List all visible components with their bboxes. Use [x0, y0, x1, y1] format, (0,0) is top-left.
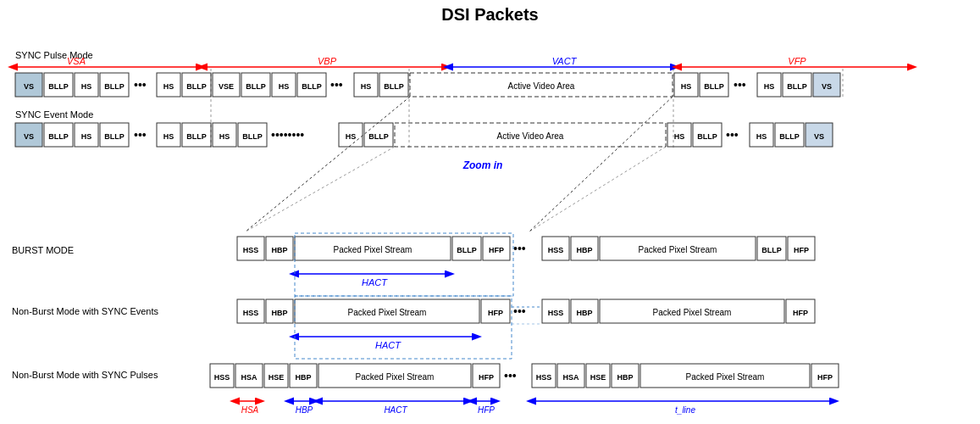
svg-text:Active Video Area: Active Video Area	[497, 131, 564, 141]
svg-text:BLLP: BLLP	[368, 132, 389, 141]
page-title: DSI Packets	[0, 0, 980, 25]
svg-text:BLLP: BLLP	[779, 132, 800, 141]
svg-text:HSA: HSA	[562, 373, 579, 382]
svg-text:HBP: HBP	[271, 309, 287, 317]
svg-text:HFP: HFP	[479, 373, 494, 382]
svg-text:HFP: HFP	[488, 309, 503, 317]
hsa-arrow-label: HSA	[241, 405, 259, 415]
svg-text:HS: HS	[674, 132, 685, 141]
svg-text:VS: VS	[24, 82, 34, 91]
svg-line-80	[246, 147, 395, 232]
hfp-arrow-label: HFP	[478, 405, 495, 415]
svg-text:VS: VS	[814, 132, 824, 141]
svg-text:••••••••: ••••••••	[271, 128, 304, 142]
hact-burst: HACT	[362, 277, 388, 287]
svg-text:BLLP: BLLP	[186, 82, 207, 91]
svg-text:HSS: HSS	[548, 246, 564, 254]
svg-text:BLLP: BLLP	[104, 82, 125, 91]
vsa-label: VSA	[67, 56, 86, 66]
tline-arrow-label: t_line	[675, 405, 695, 415]
svg-text:•••: •••	[726, 128, 739, 142]
vact-label: VACT	[552, 56, 578, 66]
svg-text:BLLP: BLLP	[302, 82, 322, 91]
svg-text:HSS: HSS	[214, 373, 230, 382]
svg-text:HSS: HSS	[243, 246, 259, 254]
svg-text:HS: HS	[81, 132, 92, 141]
svg-text:HS: HS	[163, 82, 174, 91]
svg-text:HBP: HBP	[576, 246, 592, 254]
svg-text:HS: HS	[764, 82, 775, 91]
svg-text:HBP: HBP	[295, 373, 311, 382]
svg-text:BLLP: BLLP	[242, 132, 263, 141]
packed-pixel-stream-4: Packed Pixel Stream	[653, 308, 732, 317]
packed-pixel-stream-6: Packed Pixel Stream	[686, 372, 765, 382]
svg-text:HS: HS	[681, 82, 692, 91]
svg-line-79	[529, 97, 673, 232]
zoom-label: Zoom in	[462, 159, 503, 171]
svg-text:BLLP: BLLP	[787, 82, 807, 91]
svg-text:BLLP: BLLP	[761, 246, 782, 254]
svg-text:•••: •••	[134, 128, 147, 142]
svg-text:BLLP: BLLP	[186, 132, 207, 141]
svg-text:BLLP: BLLP	[48, 82, 69, 91]
svg-text:•••: •••	[134, 78, 147, 92]
vbp-label: VBP	[318, 56, 337, 66]
svg-text:HFP: HFP	[794, 246, 809, 254]
svg-text:HSS: HSS	[243, 309, 259, 317]
svg-text:HS: HS	[346, 132, 357, 141]
svg-text:HS: HS	[219, 132, 230, 141]
svg-text:HFP: HFP	[817, 373, 833, 382]
svg-text:HS: HS	[756, 132, 767, 141]
svg-text:HS: HS	[279, 82, 290, 91]
svg-text:HS: HS	[361, 82, 372, 91]
svg-text:•••: •••	[734, 78, 746, 92]
svg-text:HFP: HFP	[489, 246, 504, 254]
svg-text:HSE: HSE	[590, 373, 606, 382]
packed-pixel-stream-1: Packed Pixel Stream	[334, 245, 412, 254]
svg-text:BLLP: BLLP	[246, 82, 266, 91]
svg-text:HBP: HBP	[576, 309, 592, 317]
svg-text:BLLP: BLLP	[384, 82, 404, 91]
svg-text:BLLP: BLLP	[697, 132, 717, 141]
svg-text:HS: HS	[81, 82, 92, 91]
hbp-arrow-label: HBP	[296, 405, 313, 415]
svg-text:BLLP: BLLP	[104, 132, 125, 141]
non-burst-sync-events-label: Non-Burst Mode with SYNC Events	[12, 306, 159, 316]
diagram-area: SYNC Pulse Mode VSA VBP VACT VFP VS BLLP…	[0, 26, 980, 416]
vfp-label: VFP	[788, 56, 806, 66]
svg-text:•••: •••	[513, 242, 526, 255]
svg-text:HSS: HSS	[536, 373, 552, 382]
svg-text:HSA: HSA	[241, 373, 257, 382]
sync-event-label: SYNC Event Mode	[15, 109, 93, 120]
svg-text:HS: HS	[163, 132, 174, 141]
svg-text:HSE: HSE	[269, 373, 285, 382]
packed-pixel-stream-5: Packed Pixel Stream	[356, 372, 435, 382]
svg-text:Active Video Area: Active Video Area	[508, 81, 575, 91]
svg-text:•••: •••	[330, 78, 343, 92]
svg-line-81	[529, 147, 666, 232]
svg-text:BLLP: BLLP	[704, 82, 724, 91]
non-burst-sync-pulses-label: Non-Burst Mode with SYNC Pulses	[12, 370, 158, 380]
svg-text:BLLP: BLLP	[48, 132, 69, 141]
svg-text:HFP: HFP	[793, 309, 808, 317]
svg-text:HBP: HBP	[617, 373, 633, 382]
svg-text:HBP: HBP	[271, 246, 287, 254]
svg-line-78	[246, 97, 410, 232]
packed-pixel-stream-2: Packed Pixel Stream	[639, 245, 717, 254]
burst-mode-label: BURST MODE	[12, 245, 74, 255]
packed-pixel-stream-3: Packed Pixel Stream	[348, 308, 427, 317]
svg-text:VS: VS	[822, 82, 832, 91]
svg-text:•••: •••	[504, 369, 517, 382]
hact-non-burst-events: HACT	[375, 340, 401, 350]
svg-text:VSE: VSE	[219, 82, 234, 91]
svg-text:•••: •••	[513, 304, 526, 318]
svg-text:BLLP: BLLP	[457, 246, 477, 254]
svg-text:VS: VS	[24, 132, 34, 141]
svg-text:HSS: HSS	[548, 309, 564, 317]
hact-sync-pulses: HACT	[384, 405, 407, 415]
